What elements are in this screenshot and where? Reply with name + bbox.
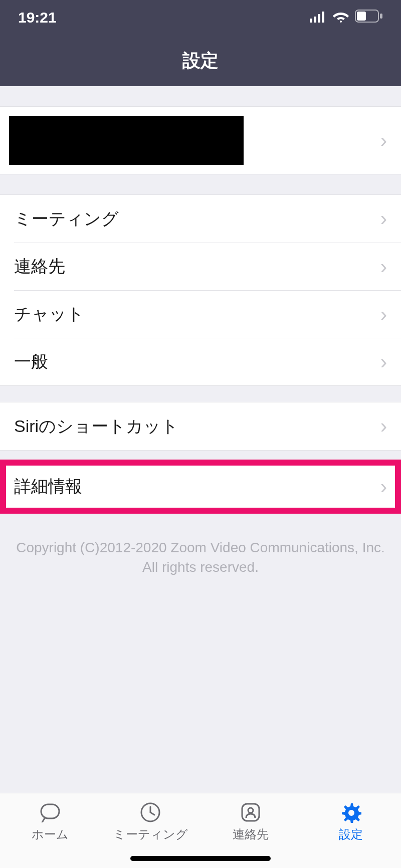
clock-icon	[138, 801, 162, 823]
svg-rect-1	[314, 17, 316, 23]
row-meeting[interactable]: ミーティング ›	[0, 195, 401, 243]
svg-rect-0	[310, 19, 312, 23]
row-contacts[interactable]: 連絡先 ›	[14, 243, 401, 290]
nav-bar: 設定	[0, 35, 401, 86]
tab-label: ホーム	[32, 826, 69, 842]
battery-icon	[355, 9, 383, 26]
row-detail-highlighted[interactable]: 詳細情報 ›	[0, 460, 401, 514]
wifi-icon	[333, 9, 349, 26]
cellular-icon	[310, 9, 327, 26]
profile-row[interactable]: ›	[0, 106, 401, 174]
chevron-right-icon: ›	[380, 351, 387, 373]
svg-point-11	[348, 810, 354, 816]
row-chat[interactable]: チャット ›	[14, 290, 401, 338]
copyright-text: Copyright (C)2012-2020 Zoom Video Commun…	[0, 514, 401, 577]
chevron-right-icon: ›	[380, 476, 387, 498]
header: 19:21 設定	[0, 0, 401, 86]
svg-rect-6	[380, 14, 382, 19]
row-siri[interactable]: Siriのショートカット ›	[0, 402, 401, 450]
contacts-icon	[239, 801, 263, 823]
svg-rect-5	[357, 12, 366, 21]
row-label: 連絡先	[14, 255, 65, 278]
svg-point-10	[248, 808, 253, 813]
home-indicator[interactable]	[130, 856, 271, 861]
row-label: ミーティング	[14, 207, 119, 231]
copyright-line2: All rights reserved.	[15, 557, 386, 577]
copyright-line1: Copyright (C)2012-2020 Zoom Video Commun…	[15, 538, 386, 557]
row-general[interactable]: 一般 ›	[14, 338, 401, 385]
tab-label: 設定	[339, 826, 363, 842]
tab-contacts[interactable]: 連絡先	[200, 793, 301, 850]
page-title: 設定	[182, 49, 219, 73]
tab-label: 連絡先	[233, 826, 269, 842]
row-label: 詳細情報	[14, 475, 82, 498]
row-label: チャット	[14, 303, 84, 326]
tab-label: ミーティング	[113, 826, 188, 842]
chevron-right-icon: ›	[380, 303, 387, 326]
svg-rect-2	[318, 14, 320, 23]
tab-settings[interactable]: 設定	[301, 793, 401, 850]
tab-meeting[interactable]: ミーティング	[100, 793, 200, 850]
chevron-right-icon: ›	[380, 415, 387, 438]
status-bar: 19:21	[0, 0, 401, 35]
row-label: Siriのショートカット	[14, 415, 178, 438]
profile-redacted	[9, 116, 244, 165]
row-label: 一般	[14, 350, 48, 373]
status-time: 19:21	[18, 9, 57, 26]
settings-group-2: Siriのショートカット ›	[0, 402, 401, 451]
status-indicators	[310, 9, 383, 26]
gear-icon	[339, 801, 363, 823]
settings-group-1: ミーティング › 連絡先 › チャット › 一般 ›	[0, 194, 401, 386]
chevron-right-icon: ›	[380, 207, 387, 230]
chevron-right-icon: ›	[380, 129, 387, 152]
home-icon	[38, 801, 62, 823]
content: › ミーティング › 連絡先 › チャット › 一般 › Si	[0, 86, 401, 793]
svg-rect-3	[322, 12, 324, 23]
tab-home[interactable]: ホーム	[0, 793, 100, 850]
chevron-right-icon: ›	[380, 256, 387, 278]
svg-rect-7	[41, 804, 59, 818]
